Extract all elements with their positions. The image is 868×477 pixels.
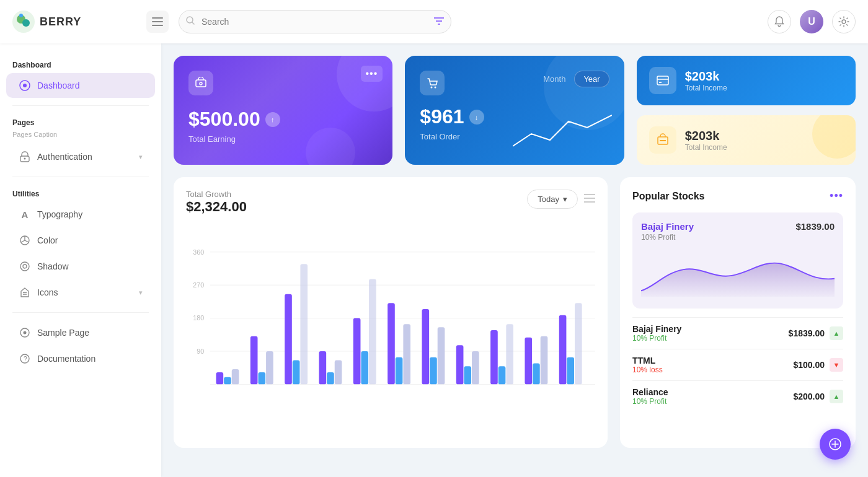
- svg-rect-60: [396, 357, 403, 385]
- income-blue-label: Total Income: [685, 84, 727, 92]
- sidebar-item-shadow[interactable]: Shadow: [6, 254, 155, 279]
- cards-row: ••• $500.00 ↑ Total Earning Month Year: [174, 56, 856, 165]
- shadow-icon: [19, 260, 31, 273]
- card-order: Month Year $961 ↓ Total Order: [405, 56, 624, 165]
- svg-rect-54: [327, 372, 334, 384]
- sidebar-section-pages-caption: Pages Caption: [0, 129, 161, 143]
- card-earning: ••• $500.00 ↑ Total Earning: [174, 56, 392, 165]
- auth-icon: [19, 151, 31, 163]
- search-icon: [186, 16, 195, 27]
- sidebar-item-icons[interactable]: Icons ▾: [6, 280, 155, 305]
- topbar: BERRY U: [0, 0, 868, 43]
- arrow-up-icon: ▲: [830, 390, 843, 403]
- svg-rect-51: [293, 361, 300, 385]
- dropdown-icon: ▾: [563, 195, 567, 204]
- svg-rect-66: [464, 366, 471, 384]
- sidebar-item-color[interactable]: Color: [6, 228, 155, 253]
- svg-rect-49: [266, 351, 273, 384]
- filter-icon[interactable]: [434, 16, 444, 27]
- svg-rect-44: [216, 372, 224, 384]
- sidebar-item-label: Color: [37, 235, 58, 245]
- stock-change: 10% Profit: [632, 334, 681, 343]
- income-blue-icon: [649, 67, 676, 94]
- svg-rect-47: [250, 336, 258, 385]
- year-toggle-button[interactable]: Year: [574, 71, 609, 87]
- sample-page-icon: [19, 326, 31, 339]
- chart-section: Total Growth $2,324.00 Today ▾: [174, 177, 856, 448]
- svg-rect-52: [300, 264, 308, 384]
- search-bar: [179, 10, 451, 33]
- avatar[interactable]: U: [800, 10, 823, 33]
- sidebar-divider-1: [12, 105, 149, 106]
- sidebar-item-typography[interactable]: A Typography: [6, 202, 155, 227]
- card-income-blue: $203k Total Income: [637, 56, 856, 105]
- stock-price: $200.00: [793, 392, 825, 401]
- chevron-down-icon: ▾: [139, 289, 143, 297]
- today-button[interactable]: Today ▾: [527, 190, 578, 209]
- stock-row: Bajaj Finery 10% Profit $1839.00 ▲: [632, 317, 843, 349]
- stocks-title: Popular Stocks: [632, 191, 704, 202]
- featured-stock-top: Bajaj Finery $1839.00: [641, 221, 835, 232]
- svg-rect-24: [196, 80, 206, 87]
- svg-point-21: [24, 331, 27, 335]
- sidebar-item-label: Documentation: [37, 354, 95, 364]
- sidebar-item-documentation[interactable]: ? Documentation: [6, 346, 155, 371]
- sidebar-item-authentication[interactable]: Authentication ▾: [6, 144, 155, 169]
- chart-header: Total Growth $2,324.00 Today ▾: [186, 190, 595, 215]
- stocks-card: Popular Stocks ••• Bajaj Finery $1839.00…: [620, 177, 856, 448]
- sidebar-item-label: Authentication: [37, 152, 92, 162]
- fab-button[interactable]: [820, 429, 851, 460]
- stock-row-left: TTML 10% loss: [632, 356, 663, 374]
- svg-rect-64: [438, 327, 445, 384]
- arrow-down-icon: ▼: [830, 358, 843, 372]
- notification-button[interactable]: [768, 10, 791, 33]
- svg-rect-45: [224, 377, 231, 385]
- stock-row-right: $1839.00 ▲: [789, 326, 843, 340]
- color-icon: [19, 234, 31, 247]
- sidebar-item-label: Typography: [37, 209, 82, 219]
- search-input[interactable]: [179, 10, 451, 33]
- featured-stock-profit: 10% Profit: [641, 233, 835, 242]
- sidebar-item-label: Dashboard: [37, 81, 80, 90]
- stocks-more-button[interactable]: •••: [830, 190, 843, 203]
- month-toggle-button[interactable]: Month: [534, 71, 574, 87]
- sidebar: Dashboard Dashboard Pages Pages Caption …: [0, 43, 161, 477]
- svg-point-25: [200, 82, 202, 85]
- svg-rect-76: [575, 303, 582, 384]
- svg-rect-5: [152, 21, 163, 22]
- earning-trend-icon: ↑: [265, 112, 280, 127]
- income-yellow-icon: [649, 126, 676, 154]
- svg-point-27: [435, 87, 436, 89]
- svg-rect-57: [361, 351, 368, 384]
- main-content: ••• $500.00 ↑ Total Earning Month Year: [161, 43, 868, 477]
- sidebar-item-dashboard[interactable]: Dashboard: [6, 73, 155, 98]
- settings-button[interactable]: [832, 10, 856, 33]
- sidebar-item-sample-page[interactable]: Sample Page: [6, 320, 155, 345]
- income-yellow-amount: $203k: [685, 129, 727, 143]
- svg-rect-48: [258, 372, 265, 384]
- stock-price: $1839.00: [789, 328, 825, 338]
- svg-rect-63: [430, 357, 437, 385]
- stocks-header: Popular Stocks •••: [632, 190, 843, 203]
- menu-button[interactable]: [146, 11, 169, 33]
- svg-rect-71: [525, 338, 532, 385]
- documentation-icon: ?: [19, 352, 31, 365]
- stock-price: $100.00: [793, 360, 825, 370]
- app-name: BERRY: [40, 15, 81, 28]
- earning-icon-wrap: [188, 71, 213, 95]
- featured-stock-name: Bajaj Finery: [641, 221, 694, 232]
- dashboard-icon: [19, 79, 31, 92]
- chart-menu-icon[interactable]: [584, 194, 595, 205]
- chart-title: Total Growth: [186, 190, 247, 199]
- card-right-col: $203k Total Income $203k Total Income: [637, 56, 856, 165]
- svg-rect-65: [456, 345, 464, 384]
- card-more-button[interactable]: •••: [361, 66, 383, 82]
- sidebar-item-label: Icons: [37, 287, 58, 297]
- sidebar-divider-3: [12, 312, 149, 313]
- stock-row: Reliance 10% Profit $200.00 ▲: [632, 380, 843, 412]
- svg-point-18: [20, 262, 29, 271]
- icons-icon: [19, 286, 31, 299]
- card-income-yellow: $203k Total Income: [637, 115, 856, 165]
- chart-title-group: Total Growth $2,324.00: [186, 190, 247, 215]
- svg-rect-29: [659, 82, 662, 83]
